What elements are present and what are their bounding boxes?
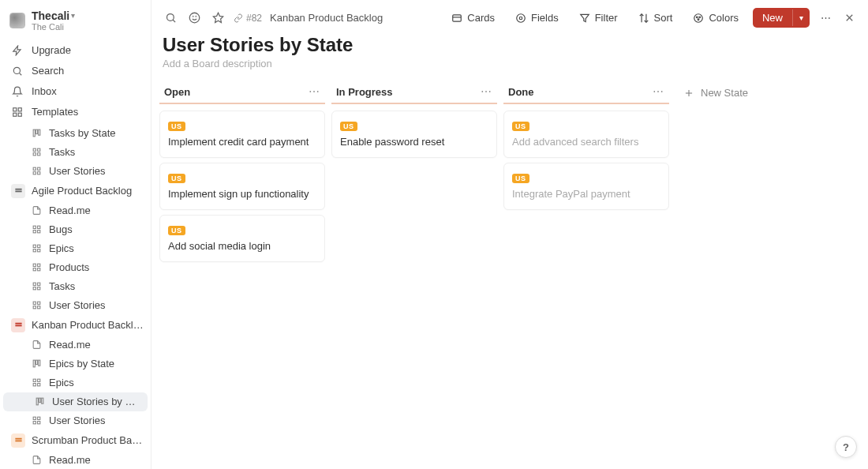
tree-item-label: Scrumban Product Backlo… [32, 434, 144, 446]
svg-rect-49 [41, 398, 43, 403]
page-title[interactable]: User Stories by State [163, 34, 857, 56]
board-icon [33, 396, 46, 408]
filter-icon [579, 13, 590, 24]
grid-icon [30, 223, 43, 236]
svg-rect-27 [37, 264, 39, 266]
nav-upgrade[interactable]: Upgrade [0, 40, 151, 61]
tree-folder[interactable]: Scrumban Product Backlo… [0, 430, 151, 451]
card-title: Implement sign up functionality [168, 188, 316, 200]
nav-inbox[interactable]: Inbox [0, 81, 151, 102]
tree-item[interactable]: Read.me [0, 201, 151, 220]
new-state-button[interactable]: New State [675, 82, 756, 103]
chevron-down-icon: ▾ [71, 11, 75, 21]
column-menu-button[interactable]: ⋯ [309, 85, 320, 98]
view-cards-button[interactable]: Cards [445, 9, 501, 27]
svg-rect-7 [38, 129, 39, 135]
tree-item[interactable]: Read.me [0, 451, 151, 469]
kanban-card[interactable]: USAdd advanced search filters [503, 111, 669, 158]
column-title[interactable]: In Progress [336, 86, 393, 98]
tree-item[interactable]: User Stories [0, 162, 151, 181]
note-icon [30, 204, 43, 217]
colors-button[interactable]: Colors [687, 9, 745, 27]
tree-item-label: Tasks [49, 146, 75, 158]
tree-item-label: Epics [49, 377, 74, 388]
card-title: Add advanced search filters [512, 136, 660, 148]
kanban-card[interactable]: USIntegrate PayPal payment [503, 163, 669, 210]
svg-rect-36 [33, 306, 36, 309]
svg-rect-1 [13, 107, 17, 111]
card-tag: US [512, 122, 529, 131]
svg-rect-17 [15, 191, 21, 193]
folder-icon [11, 184, 25, 198]
close-button[interactable] [841, 10, 857, 26]
svg-rect-55 [15, 441, 21, 442]
kanban-card[interactable]: USImplement credit card payment [159, 111, 325, 158]
tree-item[interactable]: Tasks [0, 277, 151, 296]
column-title[interactable]: Done [508, 86, 534, 98]
column-header: Open⋯ [159, 82, 325, 104]
svg-point-64 [697, 16, 698, 17]
star-button[interactable] [210, 10, 226, 26]
tree-item[interactable]: User Stories [0, 411, 151, 430]
column-title[interactable]: Open [164, 86, 190, 98]
entity-link[interactable]: #82 [234, 13, 262, 24]
svg-rect-35 [37, 302, 39, 304]
tree-item[interactable]: Products [0, 258, 151, 277]
tree-item[interactable]: Bugs [0, 220, 151, 239]
button-label: Filter [595, 12, 618, 24]
tree-folder[interactable]: Kanban Product Backlog [0, 315, 151, 336]
page-header: User Stories by State Add a Board descri… [152, 31, 868, 76]
tree-item-label: Read.me [49, 204, 91, 216]
tree-folder[interactable]: Agile Product Backlog [0, 181, 151, 201]
tree-item[interactable]: Tasks [0, 143, 151, 162]
search-button[interactable] [163, 10, 178, 26]
workspace-switcher[interactable]: Thecali ▾ The Cali [0, 6, 151, 39]
filter-button[interactable]: Filter [573, 9, 624, 27]
sort-button[interactable]: Sort [632, 9, 679, 27]
kanban-card[interactable]: USEnable password reset [331, 111, 497, 158]
grid-icon [30, 299, 43, 312]
column-header: Done⋯ [503, 82, 669, 104]
board-column: Done⋯USAdd advanced search filtersUSInte… [503, 82, 669, 215]
svg-rect-32 [33, 287, 36, 290]
tree-item[interactable]: Epics by State [0, 355, 151, 373]
new-button-group: New ▾ [753, 8, 810, 28]
breadcrumb[interactable]: Kanban Product Backlog [270, 12, 383, 24]
kanban-board: Open⋯USImplement credit card paymentUSIm… [152, 76, 868, 469]
tree-item[interactable]: Tasks by State [0, 124, 151, 143]
svg-rect-19 [37, 226, 39, 228]
help-button[interactable]: ? [835, 436, 857, 458]
fields-icon [515, 13, 526, 24]
emoji-button[interactable] [186, 10, 202, 26]
new-button[interactable]: New [753, 8, 792, 28]
bolt-icon [11, 44, 24, 57]
tree-item-label: Read.me [49, 454, 91, 466]
more-button[interactable]: ⋯ [817, 10, 833, 26]
tree-item[interactable]: User Stories [0, 296, 151, 315]
tree-item[interactable]: Read.me [0, 336, 151, 355]
kanban-card[interactable]: USImplement sign up functionality [159, 163, 325, 210]
svg-rect-39 [15, 325, 21, 327]
tree-item[interactable]: Epics [0, 239, 151, 258]
svg-rect-8 [33, 148, 36, 151]
svg-rect-21 [37, 231, 39, 233]
svg-rect-45 [33, 384, 36, 386]
fields-button[interactable]: Fields [509, 9, 565, 27]
tree-item[interactable]: Epics [0, 373, 151, 392]
sort-icon [638, 13, 649, 24]
tree-item[interactable]: User Stories by State [3, 392, 148, 411]
new-dropdown-button[interactable]: ▾ [792, 9, 810, 26]
nav-templates[interactable]: Templates [0, 102, 151, 122]
column-menu-button[interactable]: ⋯ [653, 85, 664, 98]
kanban-card[interactable]: USAdd social media login [159, 215, 325, 262]
page-description-placeholder[interactable]: Add a Board description [163, 58, 857, 69]
svg-point-57 [189, 13, 200, 23]
card-tag: US [168, 122, 185, 131]
column-menu-button[interactable]: ⋯ [481, 85, 492, 98]
nav-search[interactable]: Search [0, 61, 151, 81]
svg-point-56 [166, 14, 174, 21]
sidebar: Thecali ▾ The Cali Upgrade Search Inbox … [0, 0, 152, 469]
svg-rect-38 [15, 323, 21, 325]
svg-rect-15 [37, 172, 39, 174]
svg-rect-24 [33, 250, 36, 252]
